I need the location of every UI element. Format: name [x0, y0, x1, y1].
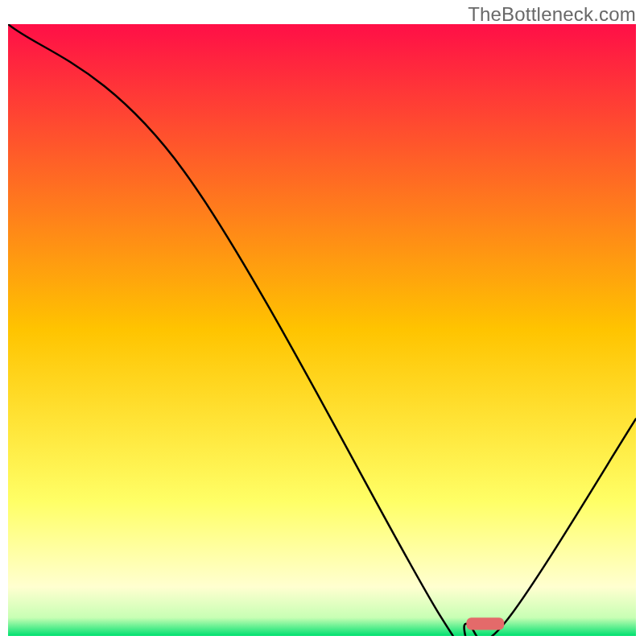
- chart-background-gradient: [8, 24, 636, 636]
- watermark-text: TheBottleneck.com: [468, 3, 636, 26]
- chart-svg: [8, 24, 636, 636]
- target-marker: [466, 617, 504, 630]
- chart-stage: TheBottleneck.com: [0, 0, 644, 644]
- chart-plot-area: [8, 24, 636, 636]
